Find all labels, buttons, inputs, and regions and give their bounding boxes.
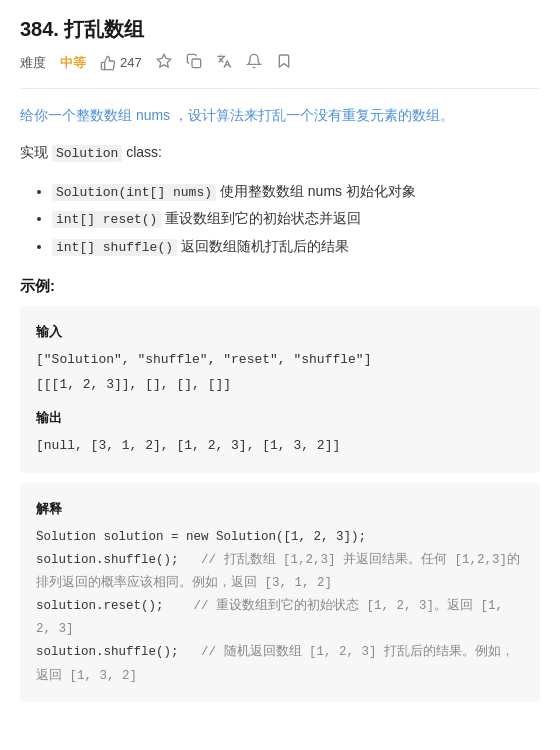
input-line2: [[[1, 2, 3]], [], [], []]: [36, 373, 524, 398]
divider: [20, 88, 540, 89]
exp-line2-code: solution.shuffle();: [36, 553, 179, 567]
constructor-code: Solution(int[] nums): [52, 184, 216, 201]
difficulty-label: 难度: [20, 54, 46, 72]
svg-rect-1: [192, 59, 201, 68]
translate-icon[interactable]: [216, 53, 232, 72]
method-list: Solution(int[] nums) 使用整数数组 nums 初始化对象 i…: [20, 178, 540, 261]
meta-row: 难度 中等 247: [20, 53, 540, 72]
copy-icon[interactable]: [186, 53, 202, 72]
output-value: [null, [3, 1, 2], [1, 2, 3], [1, 3, 2]]: [36, 434, 524, 459]
implement-intro: 实现 Solution class:: [20, 140, 540, 165]
like-count: 247: [120, 55, 142, 70]
explanation-box: 解释 Solution solution = new Solution([1, …: [20, 483, 540, 702]
exp-line3-code: solution.reset();: [36, 599, 164, 613]
list-item-shuffle: int[] shuffle() 返回数组随机打乱后的结果: [52, 233, 540, 261]
like-section[interactable]: 247: [100, 55, 142, 71]
list-item-constructor: Solution(int[] nums) 使用整数数组 nums 初始化对象: [52, 178, 540, 206]
explanation-content: Solution solution = new Solution([1, 2, …: [36, 526, 524, 688]
shuffle-desc: 返回数组随机打乱后的结果: [181, 238, 349, 254]
list-item-reset: int[] reset() 重设数组到它的初始状态并返回: [52, 205, 540, 233]
output-label: 输出: [36, 406, 524, 431]
problem-description: 给你一个整数数组 nums ，设计算法来打乱一个没有重复元素的数组。: [20, 103, 540, 128]
explanation-label: 解释: [36, 497, 524, 522]
svg-marker-0: [157, 54, 170, 67]
input-line1: ["Solution", "shuffle", "reset", "shuffl…: [36, 348, 524, 373]
exp-line1: Solution solution = new Solution([1, 2, …: [36, 530, 366, 544]
example-box: 输入 ["Solution", "shuffle", "reset", "shu…: [20, 306, 540, 473]
bell-icon[interactable]: [246, 53, 262, 72]
input-label: 输入: [36, 320, 524, 345]
star-icon[interactable]: [156, 53, 172, 72]
exp-line4-code: solution.shuffle();: [36, 645, 179, 659]
example-section-title: 示例:: [20, 277, 540, 296]
thumbs-up-icon: [100, 55, 116, 71]
solution-code: Solution: [52, 145, 122, 162]
difficulty-value: 中等: [60, 54, 86, 72]
problem-title: 384. 打乱数组: [20, 16, 540, 43]
bookmark-icon[interactable]: [276, 53, 292, 72]
shuffle-code: int[] shuffle(): [52, 239, 177, 256]
reset-code: int[] reset(): [52, 211, 161, 228]
constructor-desc: 使用整数数组 nums 初始化对象: [220, 183, 416, 199]
reset-desc: 重设数组到它的初始状态并返回: [165, 210, 361, 226]
